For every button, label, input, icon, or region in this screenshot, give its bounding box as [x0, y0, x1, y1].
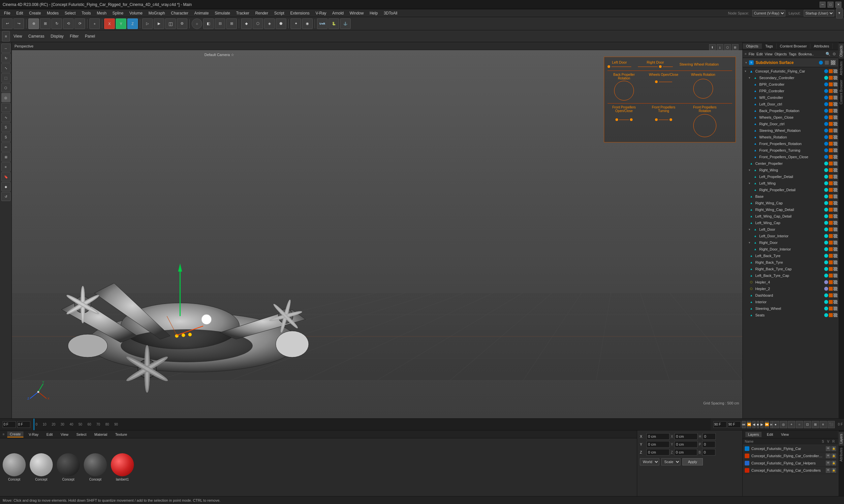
tree-item-int[interactable]: ▲ Interior — [743, 299, 838, 305]
world-dropdown[interactable]: World — [640, 458, 659, 465]
mat-tab-material[interactable]: Material — [92, 432, 110, 437]
tree-item-hep2[interactable]: ⬡ Hepler_2 — [743, 286, 838, 292]
tree-item-rwcap[interactable]: ▲ Right_Wing_Cap — [743, 200, 838, 206]
layer-lock-3[interactable]: 🔒 — [831, 461, 836, 465]
undo-button[interactable]: ↩ — [2, 18, 13, 29]
lt-spline[interactable]: ∿ — [1, 113, 11, 122]
layout-arrow[interactable]: ▾ — [836, 8, 843, 18]
lt-paint[interactable]: ✏ — [1, 142, 11, 151]
menu-edit[interactable]: Edit — [14, 10, 26, 16]
menu-help[interactable]: Help — [367, 10, 381, 16]
frame-start-field[interactable] — [17, 421, 30, 428]
menu-create[interactable]: Create — [27, 10, 43, 16]
timeline-track[interactable]: 0 10 20 30 40 50 60 70 80 90 — [33, 419, 711, 430]
x-axis-btn[interactable]: X — [104, 18, 115, 29]
menu-arnold[interactable]: Arnold — [330, 10, 346, 16]
add-button[interactable]: + — [89, 18, 100, 29]
view3-btn[interactable]: ⊟ — [215, 18, 225, 29]
tree-item-fpoc[interactable]: ▲ Front_Propellers_Open_Close — [743, 154, 838, 160]
vp-icon1[interactable]: ⬆ — [709, 44, 716, 51]
menu-extensions[interactable]: Extensions — [287, 10, 312, 16]
pb-stop[interactable]: ■ — [757, 421, 759, 428]
layer-lock-1[interactable]: 🔒 — [831, 446, 836, 451]
pb-mode5[interactable]: ⊡ — [804, 421, 811, 428]
tree-item-lpropd[interactable]: ▲ Left_Propeller_Detail — [743, 174, 838, 180]
tree-item-lwing[interactable]: ▾ ▲ Left_Wing — [743, 180, 838, 186]
tree-item-hep4[interactable]: ⬡ Hepler_4 — [743, 279, 838, 286]
scene-area[interactable]: Left Door Right Door — [12, 50, 742, 418]
tree-item-ldoi[interactable]: ▲ Left_Door_Interior — [743, 233, 838, 239]
tool2-btn[interactable]: ⬡ — [253, 18, 263, 29]
tab-objects[interactable]: Objects — [743, 43, 762, 49]
pb-mode3[interactable]: + — [788, 421, 795, 428]
scale-dropdown[interactable]: Scale — [661, 458, 681, 465]
menu-tracker[interactable]: Tracker — [233, 10, 252, 16]
maximize-button[interactable]: □ — [827, 2, 833, 7]
move-tool-button[interactable]: ⊕ — [28, 18, 39, 29]
tree-item-rwing[interactable]: ▾ ▲ Right_Wing — [743, 167, 838, 174]
coord-y-pos[interactable] — [647, 441, 670, 448]
redo-button[interactable]: ↪ — [14, 18, 24, 29]
mat-item-3[interactable]: Concept — [57, 453, 80, 481]
view-cube-btn[interactable]: ○ — [192, 18, 202, 29]
frame-end-field[interactable] — [714, 421, 726, 428]
view4-btn[interactable]: ⊞ — [226, 18, 237, 29]
scale-tool-button[interactable]: ⊞ — [40, 18, 51, 29]
lt-snap[interactable]: S — [1, 123, 11, 132]
minimize-button[interactable]: ─ — [820, 2, 826, 7]
coord-z-size[interactable] — [674, 449, 697, 455]
mat-tab-select[interactable]: Select — [73, 432, 89, 437]
tree-item-lbtc[interactable]: ▲ Left_Back_Tyre_Cap — [743, 272, 838, 279]
tree-item-woc[interactable]: ▲ Wheels_Open_Close — [743, 114, 838, 121]
menu-spline[interactable]: Spline — [110, 10, 126, 16]
vtab-objects[interactable]: Objects — [839, 43, 844, 59]
menu-btn[interactable]: ≡ — [2, 31, 10, 41]
tree-item-seats[interactable]: ▲ Seats — [743, 312, 838, 319]
cameras-menu[interactable]: Cameras — [26, 33, 47, 39]
layer-item-4[interactable]: Concept_Futuristic_Flying_Car_Controller… — [743, 467, 838, 474]
frame-max-field[interactable] — [727, 421, 741, 428]
pb-prev[interactable]: ⏪ — [747, 421, 751, 428]
lt-rotate[interactable]: ↻ — [1, 53, 11, 62]
mat-item-5[interactable]: lambert1 — [111, 453, 134, 481]
filter-menu[interactable]: Filter — [67, 33, 82, 39]
tree-item-fpturn[interactable]: ▲ Front_Propellers_Turning — [743, 147, 838, 154]
layer-lock-4[interactable]: 🔒 — [831, 468, 836, 473]
coord-x-pos[interactable] — [647, 433, 670, 440]
layer-lock-2[interactable]: 🔒 — [831, 454, 836, 458]
coord-y-size[interactable] — [674, 441, 698, 448]
node-space-select[interactable]: Current (V-Ray) — [752, 10, 785, 17]
mat-menu[interactable]: ≡ — [3, 432, 5, 436]
lt-select[interactable]: ⬚ — [1, 73, 11, 83]
tree-item-base[interactable]: ▲ Base — [743, 193, 838, 200]
ext-btn[interactable]: ⚓ — [340, 18, 351, 29]
object-mode-btn[interactable]: ▷ — [142, 18, 153, 29]
menu-script[interactable]: Script — [271, 10, 287, 16]
z-axis-btn[interactable]: Z — [127, 18, 138, 29]
pb-mode6[interactable]: ⊞ — [812, 421, 819, 428]
layers-tab-main[interactable]: Layers — [745, 432, 761, 437]
layer-eye-3[interactable]: 👁 — [826, 461, 830, 465]
tree-item-rdoi[interactable]: ▲ Right_Door_Interior — [743, 246, 838, 252]
tree-item-rbt[interactable]: ▲ Right_Back_Tyre — [743, 259, 838, 266]
mat-item-2[interactable]: Concept — [30, 453, 53, 481]
layer-eye-4[interactable]: 👁 — [826, 468, 830, 473]
lt-null[interactable]: ○ — [1, 103, 11, 112]
layer-item-1[interactable]: Concept_Futuristic_Flying_Car 👁 🔒 — [743, 445, 838, 452]
lt-tags[interactable]: 🔖 — [1, 172, 11, 181]
lt-move[interactable]: ↔ — [1, 43, 11, 53]
om-objects[interactable]: Objects — [774, 52, 787, 56]
tree-item-fpr[interactable]: ▲ FPR_Controller — [743, 88, 838, 94]
tree-item-swr[interactable]: ▲ Steering_Wheel_Rotation — [743, 127, 838, 134]
mat-tab-edit[interactable]: Edit — [44, 432, 55, 437]
tree-item-dash[interactable]: ▲ Dashboard — [743, 292, 838, 299]
menu-modes[interactable]: Modes — [44, 10, 61, 16]
pb-first[interactable]: ⏮ — [742, 421, 746, 428]
om-file[interactable]: File — [749, 52, 755, 56]
tree-item-rbtc[interactable]: ▲ Right_Back_Tyre_Cap — [743, 266, 838, 272]
rotate-tool-button[interactable]: ↻ — [51, 18, 62, 29]
menu-3dtoall[interactable]: 3DToAll — [381, 10, 400, 16]
coord-b[interactable] — [702, 449, 715, 455]
view-menu[interactable]: View — [11, 33, 25, 39]
tree-item-secondary[interactable]: ▾ ▲ Secondary_Controller — [743, 74, 838, 81]
